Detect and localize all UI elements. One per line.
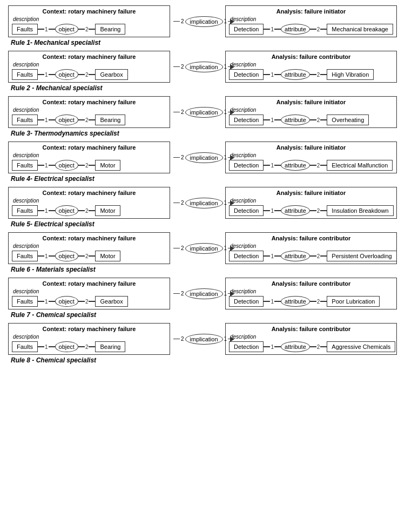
- implication-oval-2: implication: [185, 62, 223, 72]
- rule-label-3: Rule 3- Thermodynamics specialist: [8, 130, 397, 137]
- analysis-nodes-2: Detection 1 attribute 2 High Vibration: [229, 69, 393, 80]
- arrow-head-1: [230, 19, 234, 24]
- context-desc-label-6: description: [12, 243, 166, 249]
- connector-left-1-3: 1: [38, 117, 55, 123]
- object-value-7: Gearbox: [95, 296, 127, 307]
- connector-left-1-7: 1: [38, 299, 55, 305]
- analysis-box-2: Analysis: failure contributor descriptio…: [225, 51, 397, 83]
- attribute-oval-2: attribute: [281, 69, 310, 80]
- arrow-head-5: [230, 200, 234, 206]
- arrow-container-5: 2 implication 1: [173, 198, 222, 208]
- detection-node-7: Detection: [229, 296, 264, 307]
- implication-arrow-5: 2 implication 1: [173, 198, 222, 208]
- rule-block-7: Context: rotary machinery failure descri…: [8, 278, 397, 319]
- diagrams-row-3: Context: rotary machinery failure descri…: [8, 96, 397, 128]
- arrow-num-1-3: 1: [224, 109, 227, 115]
- arrow-num-2-3: 2: [181, 109, 184, 115]
- context-title-6: Context: rotary machinery failure: [12, 235, 166, 241]
- analysis-title-6: Analysis: failure contributor: [229, 235, 393, 241]
- analysis-box-7: Analysis: failure contributor descriptio…: [225, 278, 397, 309]
- object-oval-2: object: [55, 69, 78, 80]
- arrow-container-1: 2 implication 1: [173, 16, 222, 27]
- context-nodes-2: Faults 1 object 2 Gearbox: [12, 69, 166, 80]
- context-title-5: Context: rotary machinery failure: [12, 190, 166, 196]
- analysis-nodes-8: Detection 1 attribute 2 Aggressive Chemi…: [229, 341, 393, 352]
- rule-block-2: Context: rotary machinery failure descri…: [8, 51, 397, 92]
- analysis-box-6: Analysis: failure contributor descriptio…: [225, 232, 397, 264]
- rule-block-8: Context: rotary machinery failure descri…: [8, 323, 397, 364]
- arrow-num-1-4: 1: [224, 154, 227, 160]
- arrow-container-7: 2 implication 1: [173, 288, 222, 299]
- analysis-title-3: Analysis: failure initiator: [229, 99, 393, 105]
- analysis-title-4: Analysis: failure initiator: [229, 144, 393, 151]
- attribute-value-8: Aggressive Chemicals: [327, 341, 395, 352]
- connector-left-2-7: 2: [78, 299, 96, 305]
- attribute-value-3: Overheating: [327, 115, 369, 125]
- object-value-3: Bearing: [95, 115, 125, 125]
- arrow-num-2-6: 2: [181, 245, 184, 251]
- analysis-box-8: Analysis: failure contributor descriptio…: [225, 323, 397, 355]
- diagrams-row-7: Context: rotary machinery failure descri…: [8, 278, 397, 309]
- arrow-head-8: [230, 336, 234, 342]
- rule-block-3: Context: rotary machinery failure descri…: [8, 96, 397, 137]
- connector-left-1-8: 1: [38, 344, 55, 350]
- context-title-3: Context: rotary machinery failure: [12, 99, 166, 105]
- arrow-num-1-6: 1: [224, 245, 227, 251]
- analysis-title-7: Analysis: failure contributor: [229, 280, 393, 287]
- analysis-box-4: Analysis: failure initiator description …: [225, 142, 397, 173]
- context-box-5: Context: rotary machinery failure descri…: [8, 187, 170, 219]
- context-desc-label-4: description: [12, 152, 166, 158]
- attribute-value-5: Insulation Breakdown: [327, 205, 393, 216]
- analysis-nodes-7: Detection 1 attribute 2 Poor Lubrication: [229, 296, 393, 307]
- diagrams-row-2: Context: rotary machinery failure descri…: [8, 51, 397, 83]
- object-value-8: Bearing: [95, 341, 125, 352]
- object-oval-7: object: [55, 296, 78, 307]
- analysis-title-5: Analysis: failure initiator: [229, 190, 393, 196]
- analysis-desc-label-7: description: [229, 288, 393, 294]
- context-desc-label-8: description: [12, 334, 166, 340]
- attribute-oval-7: attribute: [281, 296, 310, 307]
- connector-left-2-3: 2: [78, 117, 96, 123]
- object-value-6: Motor: [95, 251, 120, 261]
- analysis-title-2: Analysis: failure contributor: [229, 53, 393, 60]
- rule-block-5: Context: rotary machinery failure descri…: [8, 187, 397, 228]
- attribute-oval-3: attribute: [281, 115, 310, 125]
- context-nodes-6: Faults 1 object 2 Motor: [12, 251, 166, 261]
- rule-label-6: Rule 6 - Materials specialist: [8, 266, 397, 273]
- arrow-container-8: 2 implication 1: [173, 334, 222, 345]
- connector-right-2-3: 2: [310, 117, 327, 123]
- connector-right-2-4: 2: [310, 163, 327, 169]
- rule-block-1: Context: rotary machinery failure descri…: [8, 5, 397, 46]
- object-oval-1: object: [55, 24, 78, 35]
- context-box-7: Context: rotary machinery failure descri…: [8, 278, 170, 309]
- attribute-oval-5: attribute: [281, 205, 310, 216]
- context-box-6: Context: rotary machinery failure descri…: [8, 232, 170, 264]
- diagrams-row-8: Context: rotary machinery failure descri…: [8, 323, 397, 355]
- implication-oval-8: implication: [185, 334, 223, 345]
- context-desc-label-1: description: [12, 16, 166, 22]
- context-title-4: Context: rotary machinery failure: [12, 144, 166, 151]
- attribute-value-6: Persistent Overloading: [327, 251, 396, 261]
- arrow-num-1-7: 1: [224, 291, 227, 297]
- connector-left-1-6: 1: [38, 253, 55, 259]
- arrow-num-1-5: 1: [224, 200, 227, 206]
- object-oval-5: object: [55, 205, 78, 216]
- implication-oval-7: implication: [185, 288, 223, 299]
- arrow-num-2-1: 2: [181, 18, 184, 24]
- arrow-head-2: [230, 64, 234, 70]
- arrow-num-1-2: 1: [224, 64, 227, 70]
- implication-arrow-2: 2 implication 1: [173, 62, 222, 72]
- faults-node-1: Faults: [12, 24, 38, 35]
- arrow-head-7: [230, 291, 234, 297]
- faults-node-6: Faults: [12, 251, 38, 261]
- arrow-head-3: [230, 110, 234, 115]
- context-title-1: Context: rotary machinery failure: [12, 8, 166, 15]
- connector-right-2-7: 2: [310, 299, 327, 305]
- rule-label-4: Rule 4- Electrical specialist: [8, 175, 397, 183]
- arrow-num-1-8: 1: [224, 336, 227, 342]
- connector-right-1-7: 1: [264, 299, 281, 305]
- context-nodes-3: Faults 1 object 2 Bearing: [12, 115, 166, 125]
- context-desc-label-7: description: [12, 288, 166, 294]
- faults-node-3: Faults: [12, 115, 38, 125]
- connector-left-2-4: 2: [78, 163, 96, 169]
